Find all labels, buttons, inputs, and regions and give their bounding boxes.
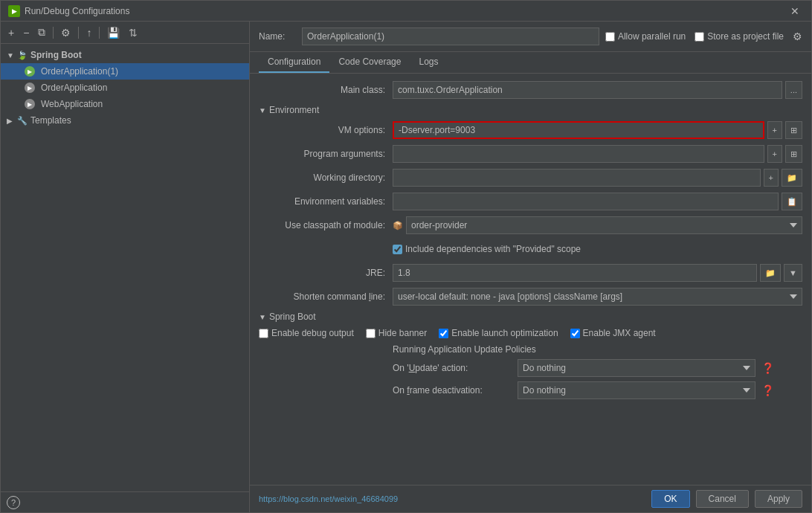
ok-button[interactable]: OK — [651, 490, 689, 508]
spring-boot-group[interactable]: ▼ 🍃 Spring Boot — [1, 47, 249, 63]
templates-icon: 🔧 — [17, 115, 28, 126]
bottom-left: ? — [1, 491, 249, 512]
tab-configuration[interactable]: Configuration — [259, 52, 329, 73]
run-debug-icon: ▶ — [8, 5, 20, 17]
vm-options-expand-button[interactable]: + — [767, 121, 782, 139]
main-class-row: Main class: ... — [259, 81, 802, 99]
sort-button[interactable]: ⇅ — [126, 25, 141, 40]
enable-launch-checkbox[interactable] — [439, 329, 448, 338]
env-expand-arrow[interactable]: ▼ — [259, 106, 266, 114]
classpath-row: Use classpath of module: 📦 order-provide… — [259, 216, 802, 234]
main-class-label: Main class: — [259, 85, 393, 95]
add-button[interactable]: + — [5, 25, 17, 40]
on-frame-label: On frame deactivation: — [393, 385, 512, 396]
jre-folder-button[interactable]: 📁 — [760, 264, 781, 282]
tree-item-web-app[interactable]: ▶ WebApplication — [1, 96, 249, 112]
app-icon-2: ▶ — [25, 83, 35, 93]
url-label: https://blog.csdn.net/weixin_46684099 — [259, 494, 398, 503]
gear-button[interactable]: ⚙ — [793, 30, 802, 42]
module-select-group: 📦 order-provider — [393, 216, 802, 234]
vm-options-fullscreen-button[interactable]: ⊞ — [785, 121, 802, 139]
close-button[interactable]: ✕ — [786, 4, 804, 19]
title-bar-left: ▶ Run/Debug Configurations — [8, 5, 129, 17]
module-icon: 📦 — [393, 221, 403, 230]
jre-input-group: 📁 ▼ — [393, 264, 802, 282]
copy-button[interactable]: ⧉ — [35, 25, 48, 40]
main-class-input[interactable] — [393, 81, 782, 99]
enable-jmx-checkbox[interactable] — [570, 329, 580, 338]
spring-expand-arrow[interactable]: ▼ — [259, 313, 266, 321]
store-as-project-label: Store as project file — [707, 31, 784, 42]
bottom-bar: https://blog.csdn.net/weixin_46684099 OK… — [250, 485, 811, 512]
include-deps-checkbox[interactable] — [393, 245, 402, 254]
program-args-row: Program arguments: + ⊞ — [259, 145, 802, 163]
cancel-button[interactable]: Cancel — [696, 490, 749, 508]
help-button[interactable]: ? — [7, 496, 20, 509]
jre-input[interactable] — [393, 264, 757, 282]
spring-boot-section-label: Spring Boot — [269, 312, 316, 322]
classpath-select[interactable]: order-provider — [406, 216, 802, 234]
main-class-input-group: ... — [393, 81, 802, 99]
working-dir-input-group: + 📁 — [393, 169, 802, 187]
program-args-input[interactable] — [393, 145, 764, 163]
allow-parallel-checkbox[interactable] — [605, 32, 615, 42]
name-row: Name: Allow parallel run Store as projec… — [250, 22, 811, 52]
working-dir-folder-button[interactable]: 📁 — [782, 169, 802, 187]
apply-button[interactable]: Apply — [755, 490, 802, 508]
jre-label: JRE: — [259, 268, 393, 278]
on-frame-row: On frame deactivation: Do nothing Update… — [393, 381, 802, 399]
env-vars-copy-button[interactable]: 📋 — [782, 193, 802, 210]
store-as-project-checkbox-label[interactable]: Store as project file — [695, 31, 784, 42]
name-options: Allow parallel run Store as project file… — [605, 30, 802, 42]
up-button[interactable]: ↑ — [83, 25, 94, 40]
tab-code-coverage[interactable]: Code Coverage — [329, 52, 410, 73]
working-dir-plus-button[interactable]: + — [764, 169, 779, 187]
spring-checkboxes: Enable debug output Hide banner Enable l… — [259, 328, 802, 338]
spring-boot-section-header: ▼ Spring Boot — [259, 312, 802, 322]
include-deps-checkbox-label[interactable]: Include dependencies with "Provided" sco… — [393, 244, 581, 254]
main-class-browse-button[interactable]: ... — [785, 81, 802, 99]
remove-button[interactable]: − — [20, 25, 32, 40]
enable-jmx-label[interactable]: Enable JMX agent — [570, 328, 656, 338]
enable-debug-label[interactable]: Enable debug output — [259, 328, 354, 338]
toolbar: + − ⧉ ⚙ ↑ 💾 ⇅ — [1, 22, 249, 44]
working-dir-input[interactable] — [393, 169, 761, 187]
shorten-cmd-select[interactable]: user-local default: none - java [options… — [393, 288, 802, 306]
on-update-help-icon[interactable]: ❓ — [761, 362, 774, 374]
on-update-select[interactable]: Do nothing Update classes and resources … — [518, 359, 755, 377]
expand-arrow: ▼ — [7, 51, 14, 59]
tree-item-order-app-1[interactable]: ▶ OrderApplication(1) — [1, 63, 249, 80]
spring-boot-label: Spring Boot — [30, 50, 82, 60]
spring-boot-icon: 🍃 — [17, 50, 28, 60]
order-app-label: OrderApplication — [41, 83, 107, 93]
enable-launch-label[interactable]: Enable launch optimization — [439, 328, 558, 338]
program-args-input-group: + ⊞ — [393, 145, 802, 163]
jre-dropdown-button[interactable]: ▼ — [784, 264, 802, 282]
program-args-label: Program arguments: — [259, 149, 393, 159]
templates-group[interactable]: ▶ 🔧 Templates — [1, 112, 249, 129]
environment-section-header: ▼ Environment — [259, 105, 802, 115]
on-frame-select[interactable]: Do nothing Update classes and resources … — [518, 381, 755, 399]
allow-parallel-checkbox-label[interactable]: Allow parallel run — [605, 31, 686, 42]
tree-item-order-app[interactable]: ▶ OrderApplication — [1, 80, 249, 96]
env-vars-input-group: 📋 — [393, 193, 802, 210]
toolbar-separator — [53, 27, 54, 39]
vm-options-row: VM options: + ⊞ — [259, 121, 802, 139]
env-vars-input[interactable] — [393, 193, 779, 210]
left-panel: + − ⧉ ⚙ ↑ 💾 ⇅ ▼ 🍃 Spring Boot — [1, 22, 250, 512]
on-frame-help-icon[interactable]: ❓ — [761, 384, 774, 396]
save-button[interactable]: 💾 — [104, 25, 123, 40]
tabs: Configuration Code Coverage Logs — [250, 52, 811, 74]
settings-button[interactable]: ⚙ — [58, 25, 74, 40]
hide-banner-label[interactable]: Hide banner — [366, 328, 427, 338]
program-args-plus-button[interactable]: + — [767, 145, 782, 163]
name-input[interactable] — [302, 28, 599, 45]
env-vars-row: Environment variables: 📋 — [259, 193, 802, 210]
hide-banner-checkbox[interactable] — [366, 329, 376, 338]
content-area: + − ⧉ ⚙ ↑ 💾 ⇅ ▼ 🍃 Spring Boot — [1, 22, 811, 512]
store-as-project-checkbox[interactable] — [695, 32, 704, 42]
tab-logs[interactable]: Logs — [410, 52, 447, 73]
program-args-expand-button[interactable]: ⊞ — [785, 145, 802, 163]
vm-options-input[interactable] — [393, 121, 764, 139]
enable-debug-checkbox[interactable] — [259, 329, 268, 338]
